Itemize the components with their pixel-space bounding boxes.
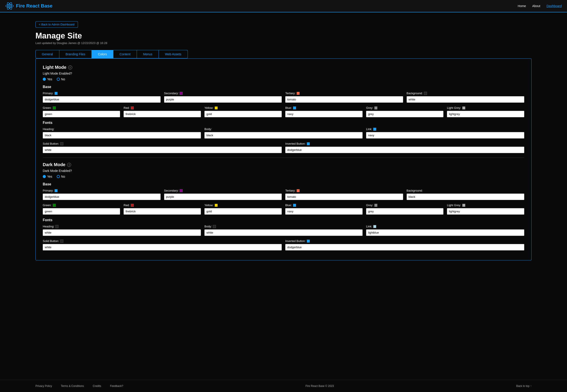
light-primary-field: Primary: — [43, 92, 161, 103]
light-lightgrey-input[interactable] — [447, 111, 524, 117]
back-button[interactable]: < Back to Admin Dashboard — [35, 21, 78, 28]
light-link-field: Link: — [366, 127, 524, 139]
dark-fonts-row2: Solid Button: Inverted Button: — [43, 239, 524, 251]
dark-tertiary-swatch — [297, 189, 300, 192]
tab-web-assets[interactable]: Web Assets — [159, 50, 188, 58]
light-background-field: Background: — [407, 92, 524, 103]
light-inverted-button-swatch — [307, 142, 310, 145]
light-link-input[interactable] — [366, 132, 524, 139]
page-subtitle: Last updated by Douglas James @ 12/22/20… — [35, 41, 532, 45]
colors-panel: Light Mode i Light Mode Enabled? Yes No … — [35, 58, 532, 260]
light-background-input[interactable] — [407, 96, 524, 103]
light-base-row1: Primary: Secondary: Tertiary: — [43, 92, 524, 103]
light-blue-swatch — [293, 106, 296, 110]
dark-heading-field: Heading: — [43, 225, 201, 236]
dark-base-title: Base — [43, 182, 524, 186]
tab-branding-files[interactable]: Branding Files — [59, 50, 92, 58]
light-green-swatch — [53, 106, 56, 110]
dark-inverted-button-input[interactable] — [285, 244, 524, 251]
light-body-input[interactable] — [204, 132, 363, 139]
light-mode-yes-radio[interactable]: Yes — [43, 77, 52, 81]
tab-general[interactable]: General — [35, 50, 59, 58]
dark-secondary-field: Secondary: — [164, 189, 282, 200]
light-mode-section: Light Mode i Light Mode Enabled? Yes No … — [43, 65, 524, 153]
dark-green-field: Green: — [43, 204, 120, 215]
footer-terms[interactable]: Terms & Conditions — [61, 384, 84, 388]
light-grey-field: Grey: — [366, 106, 443, 117]
light-yellow-field: Yellow: — [204, 106, 282, 117]
light-heading-input[interactable] — [43, 132, 201, 139]
nav-dashboard[interactable]: Dashboard — [547, 4, 562, 8]
dark-mode-section: Dark Mode i Dark Mode Enabled? Yes No Ba… — [43, 162, 524, 251]
react-icon — [5, 2, 14, 10]
dark-mode-yes-radio[interactable]: Yes — [43, 175, 52, 178]
dark-fonts-title: Fonts — [43, 218, 524, 222]
nav-home[interactable]: Home — [518, 4, 526, 8]
dark-red-swatch — [131, 204, 134, 207]
footer-credits[interactable]: Credits — [93, 384, 101, 388]
footer-privacy[interactable]: Privacy Policy — [35, 384, 52, 388]
dark-secondary-swatch — [180, 189, 183, 192]
light-solid-button-swatch — [60, 142, 63, 145]
light-tertiary-input[interactable] — [285, 96, 403, 103]
light-inverted-button-input[interactable] — [285, 147, 524, 153]
light-red-input[interactable] — [124, 111, 201, 117]
light-secondary-input[interactable] — [164, 96, 282, 103]
light-yellow-input[interactable] — [204, 111, 282, 117]
dark-background-input[interactable] — [407, 194, 524, 200]
main-content: < Back to Admin Dashboard Manage Site La… — [0, 12, 567, 380]
dark-body-swatch — [213, 225, 216, 228]
light-fonts-row1: Heading: Body: Link: — [43, 127, 524, 139]
light-red-field: Red: — [124, 106, 201, 117]
dark-base-row2: Green: Red: Yellow: — [43, 204, 524, 215]
dark-solid-button-field: Solid Button: — [43, 239, 282, 251]
footer-feedback[interactable]: Feedback? — [110, 384, 123, 388]
nav-about[interactable]: About — [532, 4, 540, 8]
dark-primary-field: Primary: — [43, 189, 161, 200]
light-tertiary-swatch — [297, 92, 300, 95]
dark-primary-swatch — [55, 189, 58, 192]
dark-heading-input[interactable] — [43, 229, 201, 236]
dark-solid-button-swatch — [60, 239, 63, 243]
light-blue-input[interactable] — [285, 111, 363, 117]
light-base-title: Base — [43, 85, 524, 89]
svg-point-3 — [9, 5, 10, 7]
dark-tertiary-input[interactable] — [285, 194, 403, 200]
light-secondary-field: Secondary: — [164, 92, 282, 103]
light-solid-button-input[interactable] — [43, 147, 282, 153]
light-mode-no-radio[interactable]: No — [57, 77, 65, 81]
light-primary-input[interactable] — [43, 96, 161, 103]
dark-green-input[interactable] — [43, 208, 120, 215]
tab-menus[interactable]: Menus — [137, 50, 159, 58]
dark-grey-swatch — [374, 204, 377, 207]
section-divider — [43, 157, 524, 158]
dark-mode-no-radio[interactable]: No — [57, 175, 65, 178]
dark-grey-input[interactable] — [366, 208, 443, 215]
light-mode-radio-group: Yes No — [43, 77, 524, 81]
light-grey-input[interactable] — [366, 111, 443, 117]
light-mode-title: Light Mode i — [43, 65, 524, 70]
light-background-swatch — [424, 92, 427, 95]
tab-colors[interactable]: Colors — [91, 50, 113, 58]
radio-yes-dot — [43, 78, 46, 81]
tab-content[interactable]: Content — [113, 50, 137, 58]
dark-blue-input[interactable] — [285, 208, 363, 215]
light-green-input[interactable] — [43, 111, 120, 117]
dark-yellow-field: Yellow: — [204, 204, 282, 215]
back-to-top[interactable]: Back to top ↑ — [516, 384, 532, 388]
tabs: General Branding Files Colors Content Me… — [35, 50, 532, 58]
dark-inverted-button-swatch — [307, 239, 310, 243]
light-blue-field: Blue: — [285, 106, 363, 117]
dark-solid-button-input[interactable] — [43, 244, 282, 251]
dark-primary-input[interactable] — [43, 194, 161, 200]
dark-link-swatch — [373, 225, 376, 228]
dark-secondary-input[interactable] — [164, 194, 282, 200]
dark-yellow-input[interactable] — [204, 208, 282, 215]
dark-red-input[interactable] — [124, 208, 201, 215]
dark-lightgrey-input[interactable] — [447, 208, 524, 215]
brand-name: Fire React Base — [16, 3, 52, 9]
dark-link-input[interactable] — [366, 229, 524, 236]
dark-body-input[interactable] — [204, 229, 363, 236]
dark-mode-info-icon[interactable]: i — [67, 163, 71, 167]
light-mode-info-icon[interactable]: i — [68, 66, 72, 70]
